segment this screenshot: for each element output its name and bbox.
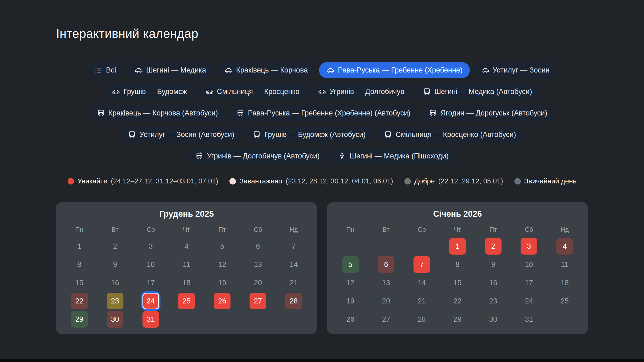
calendar-card-december: Грудень 2025 Пн Вт Ср Чт Пт Сб Нд 1 2 3 …: [56, 202, 317, 334]
filter-chip-rava-ruska-hrebenne-bus[interactable]: Рава-Руська — Гребенне (Хребенне) (Автоб…: [229, 105, 418, 121]
weekday-label: Ср: [133, 226, 169, 233]
day-cell[interactable]: 29: [71, 311, 88, 328]
day-cell[interactable]: 3: [142, 238, 159, 255]
day-cell[interactable]: 23: [107, 293, 123, 309]
day-cell[interactable]: 13: [250, 256, 266, 273]
weekday-label: Чт: [440, 226, 475, 233]
filter-chip-shehyni-medyka-bus[interactable]: Шегині — Медика (Автобуси): [416, 84, 539, 100]
loaded-dot-icon: [229, 178, 236, 184]
day-cell[interactable]: 2: [107, 238, 123, 255]
day-cell[interactable]: 15: [71, 274, 88, 291]
day-cell[interactable]: 14: [285, 256, 302, 273]
day-cell[interactable]: 30: [107, 311, 123, 328]
day-cell[interactable]: 6: [378, 256, 394, 273]
filter-row-4: Устилуг — Зосин (Автобуси) Грушів — Будо…: [56, 126, 588, 143]
day-cell[interactable]: 8: [449, 256, 466, 273]
day-cell-today[interactable]: 24: [142, 293, 159, 309]
day-cell[interactable]: 21: [285, 274, 302, 291]
weekday-label: Пн: [61, 226, 97, 233]
day-cell[interactable]: 25: [556, 293, 573, 309]
page-title: Інтерактивний календар: [56, 26, 588, 41]
car-icon: [135, 66, 143, 74]
day-cell[interactable]: 17: [142, 274, 159, 291]
day-cell[interactable]: 7: [414, 256, 430, 273]
day-cell[interactable]: 5: [342, 256, 359, 273]
day-cell[interactable]: 4: [178, 238, 195, 255]
day-cell[interactable]: 8: [71, 256, 88, 273]
filter-chip-ustyluh-zosyn[interactable]: Устилуг — Зосин: [474, 62, 557, 78]
legend-item-avoid: Уникайте (24.12–27.12, 31.12–03.01, 07.0…: [68, 177, 218, 185]
filter-chip-uhryniv-dolhobychuv-bus[interactable]: Угринів — Долгобичув (Автобуси): [188, 148, 327, 164]
day-cell[interactable]: 30: [485, 311, 502, 328]
filter-chip-hrushiv-budomezh-bus[interactable]: Грушів — Будомєж (Автобуси): [246, 126, 373, 143]
day-cell[interactable]: 18: [178, 274, 195, 291]
day-cell[interactable]: 11: [556, 256, 573, 273]
filter-chip-shehyni-medyka-pedestrian[interactable]: Шегині — Медика (Пішоходи): [331, 148, 456, 164]
day-cell[interactable]: 1: [71, 238, 88, 255]
day-cell[interactable]: 9: [485, 256, 502, 273]
filter-chip-ustyluh-zosyn-bus[interactable]: Устилуг — Зосин (Автобуси): [121, 126, 241, 143]
filter-chip-hrushiv-budomezh[interactable]: Грушів — Будомєж: [105, 84, 194, 100]
day-cell[interactable]: 15: [449, 274, 466, 291]
day-cell[interactable]: 31: [521, 311, 537, 328]
filter-chip-krakivets-korchova-bus[interactable]: Краківець — Корчова (Автобуси): [90, 105, 225, 121]
day-cell[interactable]: 20: [250, 274, 266, 291]
day-cell[interactable]: 11: [178, 256, 195, 273]
day-cell[interactable]: 25: [178, 293, 195, 309]
day-cell[interactable]: 9: [107, 256, 123, 273]
day-cell[interactable]: 19: [214, 274, 230, 291]
filter-chip-smilnytsia-kroscenko-bus[interactable]: Смільниця — Кросценко (Автобуси): [377, 126, 523, 143]
filter-row-5: Угринів — Долгобичув (Автобуси) Шегині —…: [56, 148, 588, 164]
day-cell[interactable]: 23: [485, 293, 502, 309]
bottom-bar: [0, 359, 644, 362]
day-cell[interactable]: 20: [378, 293, 394, 309]
empty-day-cell: [342, 238, 359, 255]
day-cell[interactable]: 6: [250, 238, 266, 255]
day-cell[interactable]: 17: [521, 274, 537, 291]
day-cell[interactable]: 29: [449, 311, 466, 328]
list-icon: [94, 66, 103, 74]
day-cell[interactable]: 10: [142, 256, 159, 273]
day-cell[interactable]: 12: [342, 274, 359, 291]
day-cell[interactable]: 26: [342, 311, 359, 328]
day-cell[interactable]: 24: [521, 293, 537, 309]
weekday-label: Сб: [511, 226, 547, 233]
day-cell[interactable]: 1: [449, 238, 466, 255]
filter-chip-rava-ruska-hrebenne[interactable]: Рава-Руська — Гребенне (Хребенне): [319, 62, 470, 78]
day-cell[interactable]: 28: [285, 293, 302, 309]
day-cell[interactable]: 18: [556, 274, 573, 291]
filter-chip-krakivets-korchova[interactable]: Краківець — Корчова: [217, 62, 315, 78]
calendar-title: Січень 2026: [332, 209, 583, 219]
day-cell[interactable]: 4: [556, 238, 573, 255]
bus-icon: [97, 109, 105, 117]
day-cell[interactable]: 7: [285, 238, 302, 255]
filter-chip-all[interactable]: Всі: [87, 62, 123, 78]
day-cell[interactable]: 19: [342, 293, 359, 309]
day-cell[interactable]: 13: [378, 274, 394, 291]
day-cell[interactable]: 27: [250, 293, 266, 309]
day-cell[interactable]: 21: [414, 293, 430, 309]
weekday-label: Чт: [169, 226, 204, 233]
day-cell[interactable]: 5: [214, 238, 230, 255]
filter-chip-shehyni-medyka[interactable]: Шегині — Медика: [127, 62, 213, 78]
day-cell[interactable]: 3: [521, 238, 537, 255]
filter-chip-yahodyn-dorohusk-bus[interactable]: Ягодин — Дорогуськ (Автобуси): [422, 105, 554, 121]
day-cell[interactable]: 26: [214, 293, 230, 309]
day-cell[interactable]: 10: [521, 256, 537, 273]
filter-chip-label: Краківець — Корчова: [236, 66, 308, 74]
day-cell[interactable]: 22: [71, 293, 88, 309]
day-cell[interactable]: 31: [142, 311, 159, 328]
day-cell[interactable]: 2: [485, 238, 502, 255]
day-cell[interactable]: 14: [414, 274, 430, 291]
day-cell[interactable]: 16: [485, 274, 502, 291]
calendars: Грудень 2025 Пн Вт Ср Чт Пт Сб Нд 1 2 3 …: [56, 202, 588, 334]
day-cell[interactable]: 28: [414, 311, 430, 328]
day-cell[interactable]: 12: [214, 256, 230, 273]
day-cell[interactable]: 16: [107, 274, 123, 291]
filter-chip-uhryniv-dolhobychuv[interactable]: Угринів — Долгобичув: [311, 84, 412, 100]
day-cell[interactable]: 27: [378, 311, 394, 328]
car-icon: [481, 66, 489, 74]
day-cell[interactable]: 22: [449, 293, 466, 309]
calendar-card-january: Січень 2026 Пн Вт Ср Чт Пт Сб Нд 1 2 3 4…: [327, 202, 588, 334]
filter-chip-smilnytsia-kroscenko[interactable]: Смільниця — Кросценко: [198, 84, 307, 100]
